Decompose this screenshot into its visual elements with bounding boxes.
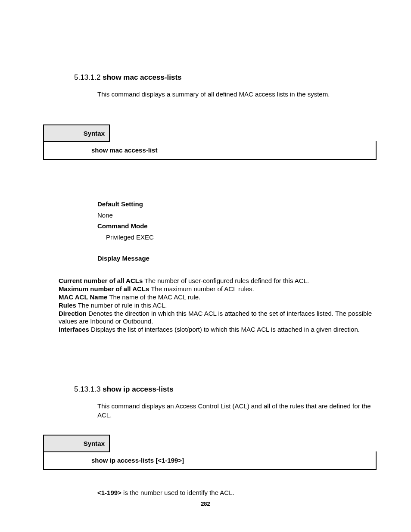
section-description-2: This command displays an Access Control … <box>97 401 377 420</box>
section-description-1: This command displays a summary of all d… <box>97 90 377 99</box>
display-item-text: Displays the list of interfaces (slot/po… <box>89 326 360 333</box>
section-number: 5.13.1.2 <box>74 73 100 81</box>
display-item-label: MAC ACL Name <box>59 293 107 301</box>
display-item-text: The name of the MAC ACL rule. <box>107 293 200 301</box>
display-item-label: Maximum number of all ACLs <box>59 285 149 292</box>
display-item-label: Direction <box>59 310 87 317</box>
display-item-label: Current number of all ACLs <box>59 277 143 284</box>
command-mode-value: Privileged EXEC <box>97 232 377 243</box>
display-item: Rules The number of rule in this ACL. <box>59 302 377 309</box>
default-setting-value: None <box>97 210 377 221</box>
default-setting-label: Default Setting <box>97 199 377 210</box>
display-item-label: Interfaces <box>59 326 89 333</box>
section-title: show ip access-lists <box>103 385 173 393</box>
command-mode-label: Command Mode <box>97 221 377 232</box>
parameter-description: <1-199> is the number used to identify t… <box>97 489 377 496</box>
section-title: show mac access-lists <box>103 73 181 81</box>
syntax-body: show mac access-list <box>43 141 377 160</box>
syntax-block-2: Syntax show ip access-lists [<1-199>] <box>43 435 377 470</box>
param-label: <1-199> <box>97 489 121 496</box>
display-message-label: Display Message <box>97 253 377 264</box>
syntax-label: Syntax <box>43 124 110 142</box>
display-item: Direction Denotes the direction in which… <box>59 310 377 325</box>
syntax-label: Syntax <box>43 435 110 452</box>
display-item-text: Denotes the direction in which this MAC … <box>59 310 372 325</box>
details-block-1: Default Setting None Command Mode Privil… <box>97 199 377 264</box>
display-item-text: The number of user-configured rules defi… <box>143 277 309 284</box>
display-item-text: The number of rule in this ACL. <box>76 302 167 309</box>
display-message-list: Current number of all ACLs The number of… <box>59 277 377 333</box>
section-heading-2: 5.13.1.3 show ip access-lists <box>74 385 377 394</box>
syntax-body: show ip access-lists [<1-199>] <box>43 451 377 470</box>
syntax-block-1: Syntax show mac access-list <box>43 124 377 160</box>
param-text: is the number used to identify the ACL. <box>121 489 234 496</box>
section-number: 5.13.1.3 <box>74 385 100 393</box>
display-item: Current number of all ACLs The number of… <box>59 277 377 285</box>
display-item: Interfaces Displays the list of interfac… <box>59 326 377 333</box>
display-item: Maximum number of all ACLs The maximum n… <box>59 285 377 293</box>
display-item-text: The maximum number of ACL rules. <box>149 285 254 292</box>
display-item: MAC ACL Name The name of the MAC ACL rul… <box>59 293 377 301</box>
display-item-label: Rules <box>59 302 76 309</box>
page-number: 282 <box>0 501 411 507</box>
section-heading-1: 5.13.1.2 show mac access-lists <box>74 73 377 82</box>
